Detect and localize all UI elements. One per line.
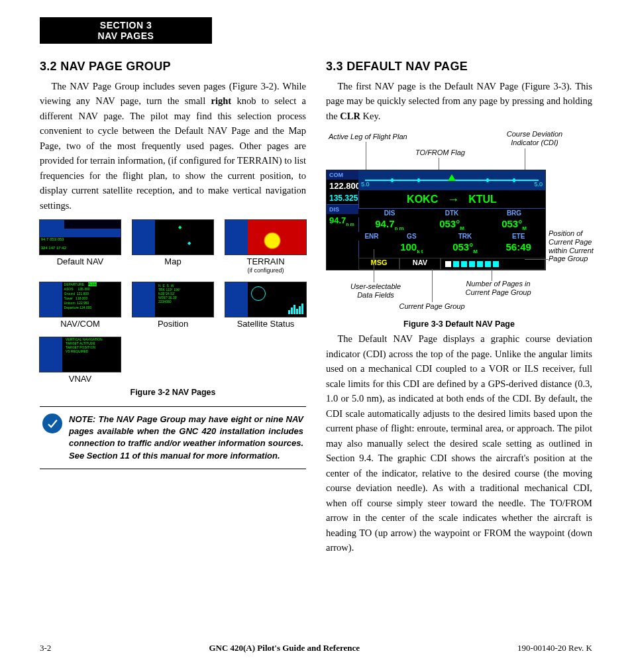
section-tab-line1: SECTION 3 [40, 20, 212, 30]
note-text: NOTE: The NAV Page Group may have eight … [69, 414, 303, 462]
cdi-scale-left: 5.0 [361, 181, 370, 188]
right-para2: The Default NAV Page displays a graphic … [326, 331, 592, 555]
data-row-2: 100k t 053°M 56:49 [358, 241, 545, 255]
thumb-screen [225, 282, 307, 317]
right-para1-b: Key. [360, 111, 380, 121]
left-para1-bold: right [211, 95, 231, 106]
page: SECTION 3 NAV PAGES 3.2 NAV PAGE GROUP T… [0, 0, 632, 672]
val-gs: 100k t [385, 241, 439, 255]
left-para1-b: knob to select a different NAV page. The… [40, 95, 306, 210]
cdi-scale-right: 5.0 [534, 181, 543, 188]
waypoint-row: KOKC → KTUL [358, 191, 545, 209]
thumb-vnav: VERTICAL NAVIGATIONTARGET ALTITUDETARGET… [40, 337, 121, 384]
thumb-label: Default NAV [57, 257, 104, 266]
note-box: NOTE: The NAV Page Group may have eight … [40, 406, 306, 469]
thumb-label: VNAV [69, 374, 91, 384]
data-header-2: ENR GS TRK ETE [358, 232, 545, 241]
wp-from: KOKC [407, 194, 438, 205]
page-footer: 3-2 GNC 420(A) Pilot's Guide and Referen… [40, 643, 592, 653]
section-tab: SECTION 3 NAV PAGES [40, 17, 212, 44]
page-dot [445, 261, 451, 267]
heading-3-2: 3.2 NAV PAGE GROUP [40, 60, 306, 74]
page-dot [493, 261, 499, 267]
page-dot [477, 261, 483, 267]
thumb-navcom: DEPARTURE PublicASOS 135.300Ground 121.8… [40, 282, 121, 329]
thumb-screen: DEPARTURE PublicASOS 135.300Ground 121.8… [39, 282, 121, 317]
annot-toflag: TO/FROM Flag [415, 148, 465, 157]
thumb-label: Position [158, 319, 188, 329]
annot-num-pages: Number of Pages in Current Page Group [458, 280, 538, 296]
annot-active-leg: Active Leg of Flight Plan [329, 133, 407, 141]
val-trk: 053°M [439, 241, 492, 255]
msg-indicator: MSG [358, 258, 399, 270]
hdr-trk: TRK [439, 232, 492, 241]
val-ete: 56:49 [492, 241, 545, 255]
device-left-column: COM 122.800 135.325 DIS 94.7n m [327, 170, 359, 270]
hdr-ete: ETE [492, 232, 545, 241]
heading-3-3: 3.3 DEFAULT NAV PAGE [326, 60, 592, 74]
thumb-label: Map [164, 257, 181, 266]
hdr-dis: DIS [358, 209, 421, 217]
thumb-sublabel: (if configured) [247, 267, 284, 274]
page-dot [469, 261, 475, 267]
annot-cdi: Course Deviation Indicator (CDI) [498, 130, 571, 146]
thumb-map: ◆◆ Map [132, 219, 213, 273]
page-dot [461, 261, 467, 267]
com-active: 122.800 [327, 180, 358, 192]
page-group-indicator: NAV [399, 258, 441, 270]
figure-3-3: Active Leg of Flight Plan Course Deviati… [326, 130, 592, 329]
to-from-indicator [448, 174, 456, 181]
thumb-position: N E S WTRK 119° 196°N35°24.53'W097°36.39… [132, 282, 213, 329]
val-dis: 94.7n m [358, 217, 421, 232]
val-brg: 053°M [483, 217, 545, 232]
com-label: COM [327, 170, 358, 180]
annot-page-group: Current Page Group [392, 302, 472, 311]
dis-value: 94.7n m [327, 214, 358, 228]
thumb-screen: ◆◆ [132, 219, 214, 255]
thumb-label: NAV/COM [60, 319, 100, 329]
arrow-icon: → [447, 193, 459, 207]
hdr-enr: ENR [358, 232, 385, 241]
page-dot [485, 261, 491, 267]
device-bottom-row: MSG NAV [358, 258, 545, 270]
nav-pages-thumbs: 94.7 053 053 324 147 17:42 Default NAV ◆… [40, 219, 306, 384]
thumb-satellite: Satellite Status [225, 282, 306, 329]
columns: 3.2 NAV PAGE GROUP The NAV Page Group in… [40, 0, 592, 561]
thumb-screen: N E S WTRK 119° 196°N35°24.53'W097°36.39… [132, 282, 214, 317]
left-para1: The NAV Page Group includes seven pages … [40, 79, 306, 213]
thumb-screen: VERTICAL NAVIGATIONTARGET ALTITUDETARGET… [39, 337, 121, 372]
thumb-screen [225, 219, 307, 255]
footer-title: GNC 420(A) Pilot's Guide and Reference [209, 643, 360, 653]
right-para1-bold: CLR [340, 111, 360, 121]
hdr-dtk: DTK [421, 209, 483, 217]
device-main: 5.0 5.0 KOKC → KTUL [358, 170, 545, 270]
annot-page-position: Position of Current Page within Current … [549, 229, 595, 263]
footer-doc-id: 190-00140-20 Rev. K [517, 643, 592, 653]
com-standby: 135.325 [327, 192, 358, 205]
hdr-gs: GS [385, 232, 439, 241]
figure-3-3-caption: Figure 3-3 Default NAV Page [326, 319, 592, 329]
data-row-1: 94.7n m 053°M 053°M [358, 217, 545, 232]
right-column: 3.3 DEFAULT NAV PAGE The first NAV page … [326, 60, 592, 561]
annot-user-fields: User-selectable Data Fields [346, 282, 405, 299]
data-header-1: DIS DTK BRG [358, 209, 545, 217]
cdi-row: 5.0 5.0 [358, 170, 545, 191]
thumb-label: Satellite Status [237, 319, 295, 329]
thumb-default-nav: 94.7 053 053 324 147 17:42 Default NAV [40, 219, 121, 273]
thumb-label: TERRAIN [246, 257, 284, 266]
page-number: 3-2 [40, 643, 51, 653]
thumb-terrain: TERRAIN (if configured) [225, 219, 306, 273]
figure-3-2-caption: Figure 3-2 NAV Pages [40, 388, 306, 397]
page-dot [453, 261, 459, 267]
left-column: 3.2 NAV PAGE GROUP The NAV Page Group in… [40, 60, 306, 561]
gnc420-device: COM 122.800 135.325 DIS 94.7n m 5.0 5.0 [326, 170, 546, 270]
thumb-screen: 94.7 053 053 324 147 17:42 [39, 219, 121, 255]
dis-label: DIS [327, 205, 358, 214]
right-para1: The first NAV page is the Default NAV Pa… [326, 79, 592, 123]
wp-to: KTUL [468, 194, 497, 205]
val-dtk: 053°M [421, 217, 483, 232]
hdr-brg: BRG [483, 209, 545, 217]
note-icon [42, 414, 62, 433]
section-tab-line2: NAV PAGES [40, 30, 212, 41]
